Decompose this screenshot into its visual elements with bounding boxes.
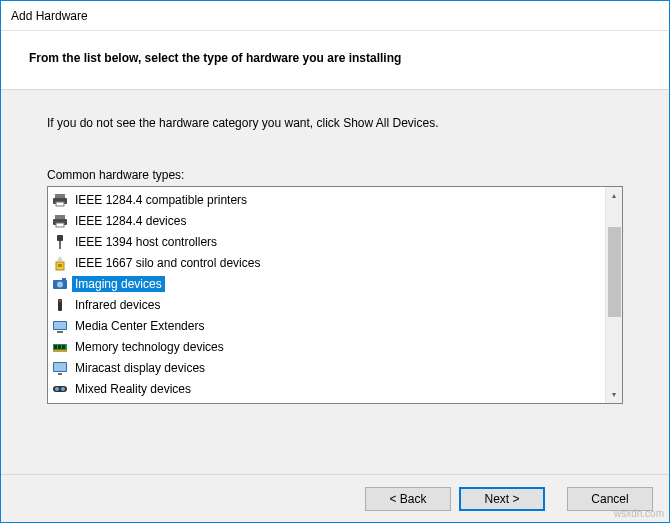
next-button[interactable]: Next > [459,487,545,511]
display-icon [52,360,68,376]
svg-rect-7 [59,241,61,249]
firewire-icon [52,234,68,250]
svg-rect-0 [55,194,65,198]
list-item-label: Infrared devices [72,297,163,313]
scroll-up-arrow[interactable]: ▴ [606,187,622,204]
scroll-down-arrow[interactable]: ▾ [606,386,622,403]
memory-icon [52,339,68,355]
list-item-label: Mixed Reality devices [72,381,194,397]
back-button[interactable]: < Back [365,487,451,511]
silo-icon [52,255,68,271]
list-item-label: IEEE 1284.4 devices [72,213,189,229]
svg-rect-22 [53,350,67,352]
svg-rect-21 [62,345,65,349]
svg-rect-2 [56,202,64,206]
list-item[interactable]: IEEE 1394 host controllers [48,231,605,252]
list-item[interactable]: IEEE 1284.4 compatible printers [48,189,605,210]
list-item-label: Memory technology devices [72,339,227,355]
titlebar[interactable]: Add Hardware [1,1,669,31]
printer-icon [52,213,68,229]
svg-rect-16 [54,322,66,329]
svg-rect-5 [56,223,64,227]
media-center-icon [52,318,68,334]
svg-rect-19 [54,345,57,349]
svg-rect-6 [57,235,63,241]
list-item[interactable]: Imaging devices [48,273,605,294]
svg-rect-17 [57,331,63,333]
imaging-icon [52,276,68,292]
infrared-icon [52,297,68,313]
list-item[interactable]: Memory technology devices [48,336,605,357]
list-item[interactable]: IEEE 1284.4 devices [48,210,605,231]
list-item[interactable]: Media Center Extenders [48,315,605,336]
svg-rect-25 [58,373,62,375]
svg-rect-9 [58,264,62,267]
mixed-reality-icon [52,381,68,397]
list-item-label: Imaging devices [72,276,165,292]
svg-rect-12 [62,278,66,281]
scrollbar[interactable]: ▴ ▾ [605,187,622,403]
svg-point-14 [59,299,62,302]
svg-rect-3 [55,215,65,219]
add-hardware-wizard: Add Hardware From the list below, select… [0,0,670,523]
instruction-text: If you do not see the hardware category … [47,116,623,130]
list-label: Common hardware types: [47,168,623,182]
watermark: wsxdn.com [614,508,664,519]
list-item[interactable]: Mixed Reality devices [48,378,605,399]
list-item-label: IEEE 1394 host controllers [72,234,220,250]
svg-point-27 [55,387,59,391]
footer: < Back Next > Cancel [1,474,669,522]
list-item-label: Miracast display devices [72,360,208,376]
window-title: Add Hardware [11,9,88,23]
svg-rect-24 [54,363,66,371]
list-item[interactable]: Infrared devices [48,294,605,315]
hardware-type-listbox[interactable]: IEEE 1284.4 compatible printersIEEE 1284… [47,186,623,404]
list-item-label: IEEE 1667 silo and control devices [72,255,263,271]
list-item-label: IEEE 1284.4 compatible printers [72,192,250,208]
svg-rect-20 [58,345,61,349]
list-item[interactable]: IEEE 1667 silo and control devices [48,252,605,273]
svg-point-11 [57,281,63,287]
list-item-label: Media Center Extenders [72,318,207,334]
body: If you do not see the hardware category … [1,90,669,474]
cancel-button[interactable]: Cancel [567,487,653,511]
page-title: From the list below, select the type of … [29,51,641,65]
header: From the list below, select the type of … [1,31,669,90]
svg-point-28 [61,387,65,391]
scroll-thumb[interactable] [608,227,621,317]
list-item[interactable]: Miracast display devices [48,357,605,378]
printer-icon [52,192,68,208]
